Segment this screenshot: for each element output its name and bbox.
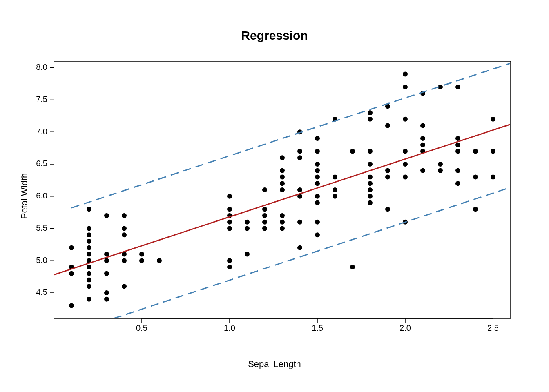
data-point [157,258,162,263]
data-point [87,252,92,257]
data-point [315,136,320,141]
data-point [473,149,478,154]
data-point [350,265,355,270]
data-point [280,220,285,225]
data-point [368,162,373,167]
data-point [69,271,74,276]
data-point [104,271,109,276]
data-point [315,232,320,237]
data-point [368,194,373,199]
data-point [280,226,285,231]
data-point [280,181,285,186]
data-point [262,187,267,192]
data-point [262,213,267,218]
data-point [104,297,109,302]
data-point [420,136,425,141]
data-point [315,162,320,167]
data-point [227,220,232,225]
data-point [87,297,92,302]
data-point [280,175,285,180]
data-point [333,175,337,180]
data-point [122,258,127,263]
data-point [420,123,425,128]
data-point [333,187,337,192]
y-tick-label: 6.5 [36,159,47,168]
x-tick-label: 1.5 [312,323,323,332]
data-point [315,175,320,180]
data-point [420,143,425,147]
data-point [368,110,373,115]
data-point [122,213,127,218]
data-point [297,155,302,160]
data-point [87,232,92,237]
data-point [262,220,267,225]
data-point [350,149,355,154]
y-tick-label: 4.5 [36,287,47,296]
data-point [139,252,144,257]
regression-fit [54,124,511,275]
data-point [280,155,285,160]
data-point [297,220,302,225]
data-point [455,181,460,186]
data-point [385,168,390,173]
data-point [122,284,127,289]
data-point [87,207,92,212]
x-tick-label: 1.0 [224,323,235,332]
data-point [297,149,302,154]
data-point [438,162,443,167]
data-point [385,123,390,128]
data-point [403,72,408,77]
data-point [315,149,320,154]
data-point [455,149,460,154]
data-point [473,175,478,180]
data-point [420,168,425,173]
data-point [491,149,495,154]
data-point [315,194,320,199]
data-point [280,168,285,173]
data-point [455,168,460,173]
x-tick-label: 2.5 [487,323,499,332]
data-point [403,85,408,89]
data-point [368,187,373,192]
data-point [368,149,373,154]
lower-band [114,187,511,318]
data-point [245,252,250,257]
data-point [104,252,109,257]
data-point [491,117,495,122]
data-point [280,213,285,218]
data-point [315,168,320,173]
upper-band [71,63,511,208]
data-point [227,265,232,270]
data-point [403,175,408,180]
data-point [69,245,74,250]
data-point [87,239,92,244]
data-point [455,136,460,141]
data-point [368,181,373,186]
data-point [104,213,109,218]
y-tick-label: 7.5 [36,95,47,104]
data-point [227,226,232,231]
data-point [69,303,74,308]
x-tick-label: 2.0 [399,323,411,332]
data-point [87,278,92,283]
data-point [403,117,408,122]
data-point [227,258,232,263]
y-tick-label: 7.0 [36,127,47,136]
data-point [368,175,373,180]
data-point [473,207,478,212]
chart-svg: 0.51.01.52.02.54.55.05.56.06.57.07.58.0 [0,0,549,392]
data-point [403,149,408,154]
data-point [87,226,92,231]
data-point [403,162,408,167]
data-point [455,143,460,147]
data-point [104,258,109,263]
data-point [368,117,373,122]
data-point [385,207,390,212]
data-point [104,290,109,295]
data-point [122,232,127,237]
data-point [122,226,127,231]
data-point [315,181,320,186]
data-point [297,187,302,192]
data-point [87,245,92,250]
data-point [227,207,232,212]
